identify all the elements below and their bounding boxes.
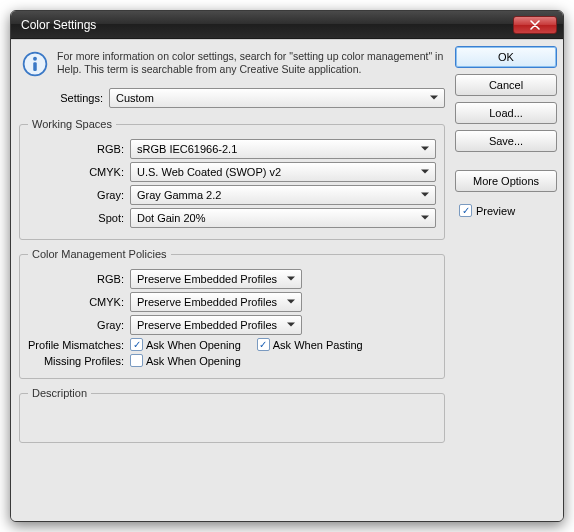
close-button[interactable] — [513, 16, 557, 34]
ws-rgb-label: RGB: — [28, 143, 124, 155]
svg-point-1 — [33, 57, 37, 61]
cancel-button[interactable]: Cancel — [455, 74, 557, 96]
titlebar: Color Settings — [11, 11, 563, 39]
preview-checkbox[interactable]: ✓ — [459, 204, 472, 217]
ok-button[interactable]: OK — [455, 46, 557, 68]
load-button[interactable]: Load... — [455, 102, 557, 124]
pol-rgb-label: RGB: — [28, 273, 124, 285]
preview-label: Preview — [476, 205, 515, 217]
ws-cmyk-combo[interactable]: U.S. Web Coated (SWOP) v2 — [130, 162, 436, 182]
preview-row: ✓ Preview — [455, 204, 557, 217]
svg-rect-2 — [33, 62, 37, 71]
mismatch-pasting-checkbox[interactable]: ✓ — [257, 338, 270, 351]
pol-cmyk-label: CMYK: — [28, 296, 124, 308]
info-icon — [21, 50, 49, 78]
mismatch-opening-checkbox[interactable]: ✓ — [130, 338, 143, 351]
ws-rgb-value: sRGB IEC61966-2.1 — [137, 143, 237, 155]
more-options-button[interactable]: More Options — [455, 170, 557, 192]
pol-rgb-combo[interactable]: Preserve Embedded Profiles — [130, 269, 302, 289]
ws-spot-combo[interactable]: Dot Gain 20% — [130, 208, 436, 228]
policies-group: Color Management Policies RGB: Preserve … — [19, 248, 445, 379]
mismatch-label: Profile Mismatches: — [28, 339, 124, 351]
pol-gray-value: Preserve Embedded Profiles — [137, 319, 277, 331]
pol-cmyk-value: Preserve Embedded Profiles — [137, 296, 277, 308]
ws-rgb-combo[interactable]: sRGB IEC61966-2.1 — [130, 139, 436, 159]
info-text: For more information on color settings, … — [57, 50, 445, 78]
ws-cmyk-label: CMYK: — [28, 166, 124, 178]
info-row: For more information on color settings, … — [17, 46, 447, 84]
window-title: Color Settings — [21, 18, 513, 32]
ws-gray-combo[interactable]: Gray Gamma 2.2 — [130, 185, 436, 205]
description-legend: Description — [28, 387, 91, 399]
missing-label: Missing Profiles: — [28, 355, 124, 367]
pol-gray-label: Gray: — [28, 319, 124, 331]
ws-cmyk-value: U.S. Web Coated (SWOP) v2 — [137, 166, 281, 178]
ws-gray-value: Gray Gamma 2.2 — [137, 189, 221, 201]
left-column: For more information on color settings, … — [17, 46, 447, 515]
working-spaces-group: Working Spaces RGB: sRGB IEC61966-2.1 CM… — [19, 118, 445, 240]
missing-opening-label: Ask When Opening — [146, 355, 241, 367]
close-icon — [530, 20, 540, 30]
right-column: OK Cancel Load... Save... More Options ✓… — [447, 46, 557, 515]
mismatch-pasting-label: Ask When Pasting — [273, 339, 363, 351]
working-spaces-legend: Working Spaces — [28, 118, 116, 130]
client-area: For more information on color settings, … — [11, 39, 563, 521]
settings-value: Custom — [116, 92, 154, 104]
pol-gray-combo[interactable]: Preserve Embedded Profiles — [130, 315, 302, 335]
mismatch-opening-label: Ask When Opening — [146, 339, 241, 351]
settings-label: Settings: — [19, 92, 103, 104]
missing-opening-checkbox[interactable] — [130, 354, 143, 367]
save-button[interactable]: Save... — [455, 130, 557, 152]
pol-cmyk-combo[interactable]: Preserve Embedded Profiles — [130, 292, 302, 312]
ws-gray-label: Gray: — [28, 189, 124, 201]
ws-spot-label: Spot: — [28, 212, 124, 224]
color-settings-dialog: Color Settings For more information on c… — [10, 10, 564, 522]
description-group: Description — [19, 387, 445, 443]
pol-rgb-value: Preserve Embedded Profiles — [137, 273, 277, 285]
settings-row: Settings: Custom — [17, 88, 447, 112]
ws-spot-value: Dot Gain 20% — [137, 212, 205, 224]
policies-legend: Color Management Policies — [28, 248, 171, 260]
settings-combo[interactable]: Custom — [109, 88, 445, 108]
